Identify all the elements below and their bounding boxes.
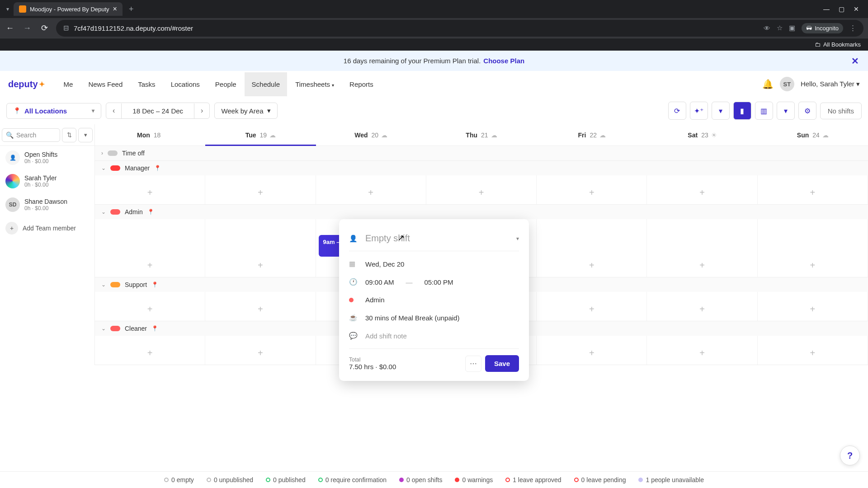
add-shift-button[interactable]: + xyxy=(144,344,156,362)
day-cell[interactable]: + xyxy=(537,219,647,277)
person-row[interactable]: Sarah Tyler0h · $0.00 xyxy=(0,169,94,193)
status-item[interactable]: 0 require confirmation xyxy=(318,476,387,483)
build-menu-button[interactable]: ▾ xyxy=(712,102,730,120)
area-header[interactable]: ⌄Admin📍 xyxy=(95,205,868,219)
day-cell[interactable]: + xyxy=(758,292,868,321)
nav-item-schedule[interactable]: Schedule xyxy=(245,72,288,96)
shift-assignee-select[interactable]: Empty shift xyxy=(365,233,508,244)
nav-item-people[interactable]: People xyxy=(208,72,244,96)
nav-item-me[interactable]: Me xyxy=(57,72,80,96)
minimize-icon[interactable]: — xyxy=(823,5,830,13)
close-tab-icon[interactable]: × xyxy=(113,5,117,13)
day-header[interactable]: Sat 23 ☀ xyxy=(647,124,757,145)
add-shift-button[interactable]: + xyxy=(585,257,598,274)
day-header[interactable]: Tue 19 ☁ xyxy=(205,124,316,145)
add-shift-button[interactable]: + xyxy=(806,344,819,362)
day-cell[interactable]: + xyxy=(758,175,868,204)
more-options-button[interactable]: ⋯ xyxy=(465,356,481,372)
new-tab-button[interactable]: + xyxy=(124,3,138,16)
add-shift-button[interactable]: + xyxy=(144,257,156,274)
status-item[interactable]: 0 leave pending xyxy=(574,476,626,483)
status-item[interactable]: 1 leave approved xyxy=(505,476,561,483)
reload-button[interactable]: ⟳ xyxy=(39,23,50,33)
status-item[interactable]: 0 published xyxy=(266,476,306,483)
day-cell[interactable]: + xyxy=(758,336,868,365)
chevron-down-icon[interactable]: ⌄ xyxy=(101,209,106,215)
status-item[interactable]: 1 people unavailable xyxy=(638,476,703,483)
day-header[interactable]: Wed 20 ☁ xyxy=(316,124,426,145)
browser-tab[interactable]: Moodjoy - Powered By Deputy × xyxy=(14,2,123,16)
auto-build-button[interactable]: ✦⁺ xyxy=(690,102,708,120)
add-team-member-button[interactable]: + Add Team member xyxy=(0,216,94,240)
back-button[interactable]: ← xyxy=(5,23,15,33)
day-header[interactable]: Thu 21 ☁ xyxy=(426,124,537,145)
settings-button[interactable]: ⚙ xyxy=(798,102,816,120)
nav-item-timesheets[interactable]: Timesheets▾ xyxy=(288,72,341,96)
day-header[interactable]: Fri 22 ☁ xyxy=(537,124,647,145)
add-shift-button[interactable]: + xyxy=(254,257,267,274)
all-bookmarks-button[interactable]: 🗀 All Bookmarks xyxy=(815,41,861,48)
view-selector[interactable]: Week by Area ▾ xyxy=(214,103,277,119)
filter-button[interactable]: ▾ xyxy=(78,128,93,142)
add-shift-button[interactable]: + xyxy=(696,184,708,202)
url-bar[interactable]: ⊟ 7cf47d19112152.na.deputy.com/#roster 👁… xyxy=(56,20,863,37)
chevron-right-icon[interactable]: › xyxy=(101,150,103,156)
close-banner-button[interactable]: ✕ xyxy=(851,56,859,66)
stats-button[interactable]: ▥ xyxy=(755,102,773,120)
chevron-down-icon[interactable]: ⌄ xyxy=(101,282,106,288)
person-row[interactable]: SDShane Dawson0h · $0.00 xyxy=(0,193,94,216)
search-input[interactable]: 🔍 Search xyxy=(2,128,60,142)
day-cell[interactable]: + xyxy=(95,219,205,277)
visibility-off-icon[interactable]: 👁 xyxy=(764,24,770,32)
publish-button[interactable]: No shifts xyxy=(820,103,862,119)
day-cell[interactable]: + xyxy=(426,175,537,204)
prev-week-button[interactable]: ‹ xyxy=(106,103,121,118)
add-shift-button[interactable]: + xyxy=(254,184,267,202)
status-item[interactable]: 0 empty xyxy=(164,476,194,483)
shift-end-time[interactable]: 05:00 PM xyxy=(424,278,453,286)
add-shift-button[interactable]: + xyxy=(696,257,708,274)
shift-date[interactable]: Wed, Dec 20 xyxy=(365,260,404,268)
tabs-dropdown-icon[interactable]: ▾ xyxy=(4,4,12,14)
day-cell[interactable]: + xyxy=(537,336,647,365)
add-shift-button[interactable]: + xyxy=(806,184,819,202)
day-cell[interactable]: + xyxy=(647,219,757,277)
shift-note-input[interactable]: Add shift note xyxy=(365,332,407,340)
day-cell[interactable]: + xyxy=(647,175,757,204)
day-cell[interactable]: + xyxy=(316,175,426,204)
status-item[interactable]: 0 unpublished xyxy=(207,476,253,483)
nav-item-reports[interactable]: Reports xyxy=(342,72,381,96)
nav-item-locations[interactable]: Locations xyxy=(164,72,207,96)
site-settings-icon[interactable]: ⊟ xyxy=(63,24,69,32)
status-item[interactable]: 0 warnings xyxy=(455,476,493,483)
avatar[interactable]: ST xyxy=(780,77,794,91)
add-shift-button[interactable]: + xyxy=(144,184,156,202)
stats-menu-button[interactable]: ▾ xyxy=(777,102,795,120)
day-cell[interactable]: + xyxy=(205,219,316,277)
day-cell[interactable]: + xyxy=(537,292,647,321)
next-week-button[interactable]: › xyxy=(194,103,209,118)
day-cell[interactable]: + xyxy=(647,336,757,365)
add-shift-button[interactable]: + xyxy=(696,300,708,318)
close-window-icon[interactable]: ✕ xyxy=(854,5,859,13)
shift-start-time[interactable]: 09:00 AM xyxy=(365,278,394,286)
shift-area[interactable]: Admin xyxy=(365,296,385,304)
menu-icon[interactable]: ⋮ xyxy=(849,24,856,32)
deputy-logo[interactable]: deputy✦ xyxy=(8,79,45,89)
add-shift-button[interactable]: + xyxy=(144,300,156,318)
shift-break[interactable]: 30 mins of Meal Break (unpaid) xyxy=(365,314,459,322)
maximize-icon[interactable]: ▢ xyxy=(839,5,844,13)
day-cell[interactable]: + xyxy=(205,336,316,365)
day-cell[interactable]: + xyxy=(95,175,205,204)
add-shift-button[interactable]: + xyxy=(585,344,598,362)
sort-button[interactable]: ⇅ xyxy=(62,128,76,142)
add-shift-button[interactable]: + xyxy=(254,300,267,318)
day-header[interactable]: Mon 18 xyxy=(95,124,205,145)
area-header[interactable]: ›Time off xyxy=(95,146,868,160)
add-shift-button[interactable]: + xyxy=(585,300,598,318)
day-cell[interactable]: + xyxy=(95,292,205,321)
person-row[interactable]: 👤Open Shifts0h · $0.00 xyxy=(0,146,94,169)
day-cell[interactable]: + xyxy=(647,292,757,321)
chevron-down-icon[interactable]: ▾ xyxy=(516,235,519,242)
forward-button[interactable]: → xyxy=(22,23,33,33)
